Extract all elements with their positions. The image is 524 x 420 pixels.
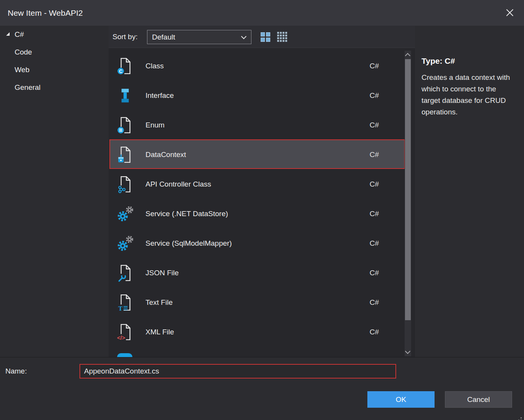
template-language: C# [370,199,379,228]
dialog-footer: Name: OK Cancel [0,357,524,420]
svg-text:</>: </> [117,335,125,341]
xml-file-icon: </> [116,323,134,341]
name-input[interactable] [79,364,396,379]
sidebar-item-label: General [15,83,41,91]
cancel-button[interactable]: Cancel [445,391,512,408]
sidebar-item-label: C# [15,30,24,38]
expanded-arrow-icon[interactable] [6,32,10,36]
template-language: C# [370,51,379,80]
template-language: C# [370,81,379,110]
template-item-xml-file[interactable]: </> XML File C# [109,317,405,346]
scrollbar-thumb[interactable] [405,59,411,320]
sort-dropdown[interactable]: Default [147,30,251,44]
template-details-panel: Type: C# Creates a data context with whi… [415,26,524,357]
medium-icons-grid-icon [261,32,270,42]
template-type-heading: Type: C# [422,56,517,66]
template-item-service-net-datastore[interactable]: Service (.NET DataStore) C# [109,198,405,228]
template-name: Service (SqlModelMapper) [145,229,232,258]
template-description: Creates a data context with which to con… [422,72,514,118]
template-item-partial [109,346,405,357]
template-name: Text File [145,288,173,317]
template-language: C# [370,140,379,169]
class-file-icon: C [116,57,134,75]
enum-file-icon [116,116,134,134]
small-icons-view-button[interactable] [276,31,288,43]
template-item-interface[interactable]: Interface C# [109,80,405,110]
template-name: DataContext [145,140,186,169]
scroll-down-icon[interactable] [405,349,410,354]
sidebar-item-label: Code [15,48,32,56]
template-item-class[interactable]: C Class C# [109,51,405,80]
template-item-service-sqlmodelmapper[interactable]: Service (SqlModelMapper) C# [109,228,405,258]
template-language: C# [370,288,379,317]
chevron-down-icon [241,34,246,39]
json-file-icon [116,264,134,282]
service-gears-icon [116,235,134,252]
resize-grip[interactable] [521,417,522,418]
sidebar-item-label: Web [15,66,30,74]
template-name: Class [145,51,164,80]
template-language: C# [370,317,379,346]
sidebar-item-code[interactable]: Code [0,43,109,61]
template-name: Interface [145,81,174,110]
template-name: Enum [145,111,165,139]
template-item-enum[interactable]: Enum C# [109,110,405,139]
sidebar-item-general[interactable]: General [0,79,109,96]
titlebar: New Item - WebAPI2 [0,0,524,26]
sort-by-label: Sort by: [112,26,137,48]
template-item-text-file[interactable]: T Text File C# [109,287,405,317]
api-controller-file-icon [116,175,134,193]
template-name: XML File [145,317,174,346]
small-icons-grid-icon [277,32,287,42]
list-scrollbar[interactable] [405,51,411,356]
sort-toolbar: Sort by: Default [109,26,415,48]
template-item-datacontext[interactable]: DataContext C# [109,139,405,169]
new-item-dialog: New Item - WebAPI2 C# Code Web General S… [0,0,524,420]
template-language: C# [370,170,379,198]
template-list: C Class C# Interface C# Enum C# [109,48,415,357]
close-icon[interactable] [505,8,515,18]
svg-text:C: C [119,69,122,74]
clipped-template-icon [117,353,132,357]
sidebar-item-csharp[interactable]: C# [0,26,109,43]
scroll-up-icon[interactable] [405,53,410,58]
svg-text:T: T [118,305,122,311]
sidebar-item-web[interactable]: Web [0,61,109,79]
datacontext-file-icon [116,146,134,164]
service-gears-icon [116,205,134,223]
sort-dropdown-value: Default [152,30,175,44]
interface-icon [116,87,134,104]
ok-button[interactable]: OK [367,391,435,408]
template-language: C# [370,258,379,287]
window-title: New Item - WebAPI2 [8,0,83,26]
template-name: Service (.NET DataStore) [145,199,228,228]
category-sidebar: C# Code Web General [0,26,109,357]
template-language: C# [370,111,379,139]
name-label: Name: [5,364,27,379]
template-item-json-file[interactable]: JSON File C# [109,258,405,287]
template-name: API Controller Class [145,170,211,198]
medium-icons-view-button[interactable] [259,31,271,43]
template-language: C# [370,229,379,258]
text-file-icon: T [116,294,134,311]
template-name: JSON File [145,258,179,287]
template-list-panel: Sort by: Default C Class C# [109,26,415,357]
template-item-api-controller-class[interactable]: API Controller Class C# [109,169,405,198]
